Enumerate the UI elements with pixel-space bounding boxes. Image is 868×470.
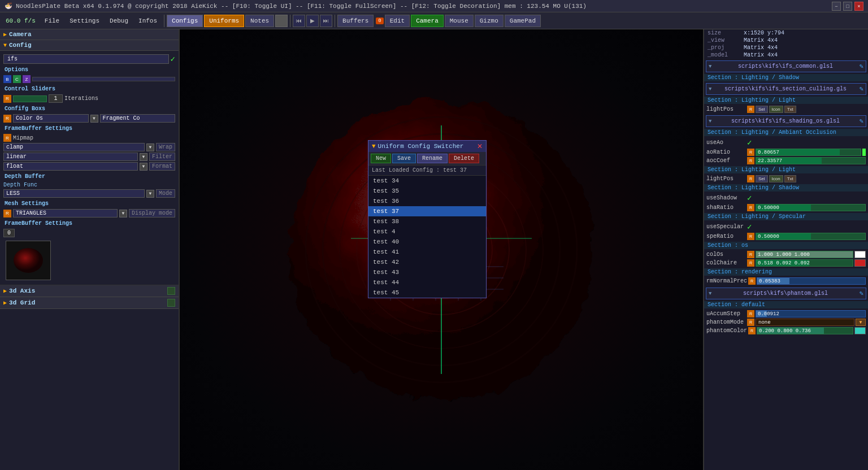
lightpos-r-btn-1[interactable]: R xyxy=(747,106,754,113)
colos-slider[interactable]: 1.000 1.000 1.000 xyxy=(756,251,853,258)
config-section-header[interactable]: ▼ Config xyxy=(0,40,179,51)
config-list-item[interactable]: test 36 xyxy=(368,196,486,206)
mouse-button[interactable]: Mouse xyxy=(445,15,474,27)
config-list-item[interactable]: test 37 xyxy=(368,206,486,216)
config-list-item[interactable]: test 44 xyxy=(368,277,486,288)
iterations-r-btn[interactable]: R xyxy=(3,95,11,103)
useshadow-label: useShadow xyxy=(706,195,746,201)
dialog-close-button[interactable]: ✕ xyxy=(477,142,483,150)
mode-dropdown-arrow[interactable]: ▼ xyxy=(146,190,154,198)
colchaire-r-btn[interactable]: R xyxy=(747,259,754,267)
lightpos-sel-btn-1[interactable]: Sel xyxy=(756,106,768,113)
script-ifs-culling-edit-icon[interactable]: ✎ xyxy=(860,85,863,93)
camera-button[interactable]: Camera xyxy=(411,15,444,27)
lightpos-icon-btn-1[interactable]: Icon xyxy=(769,106,783,113)
color-os-dropdown-arrow[interactable]: ▼ xyxy=(90,115,98,123)
config-list-item[interactable]: test 42 xyxy=(368,257,486,267)
mipmap-r-btn[interactable]: R xyxy=(3,134,11,142)
aoratio-r-btn[interactable]: R xyxy=(747,149,754,156)
iterations-value[interactable]: 1 xyxy=(49,94,63,103)
aoratio-slider[interactable]: 0.80657 xyxy=(756,149,861,156)
lightpos-sel-btn-2[interactable]: Sel xyxy=(756,175,768,182)
configs-button[interactable]: Configs xyxy=(167,15,203,27)
rmnormal-slider[interactable]: 0.05383 xyxy=(757,277,866,285)
triangles-dropdown-arrow[interactable]: ▼ xyxy=(119,210,127,217)
sharatio-slider[interactable]: 0.50000 xyxy=(756,204,866,211)
lightpos-txt-btn-1[interactable]: Txt xyxy=(784,106,796,113)
config-list-item[interactable]: test 43 xyxy=(368,267,486,277)
main-area: ▶ Camera ▼ Config ifs ✓ Options B C Z Co… xyxy=(0,29,868,470)
lightpos-txt-btn-2[interactable]: Txt xyxy=(784,175,796,182)
edit-button[interactable]: Edit xyxy=(385,15,410,27)
viewport[interactable]: ▼ Uniform Config Switcher ✕ New Save Ren… xyxy=(180,29,703,470)
grid-3d-header[interactable]: ▶ 3d Grid xyxy=(0,297,179,309)
phantomcolor-slider[interactable]: 0.200 0.800 0.736 xyxy=(757,327,853,334)
grid-toggle[interactable] xyxy=(167,299,175,307)
rename-config-button[interactable]: Rename xyxy=(417,154,448,163)
buffers-button[interactable]: Buffers xyxy=(337,15,374,27)
uaccumstep-slider[interactable]: 0.00912 xyxy=(756,310,866,317)
colos-r-btn[interactable]: R xyxy=(747,251,754,258)
notes-button[interactable]: Notes xyxy=(245,15,274,27)
prev-button[interactable]: ⏮ xyxy=(293,15,305,27)
config-list-item[interactable]: test 4 xyxy=(368,227,486,237)
speratio-slider[interactable]: 0.50000 xyxy=(756,233,866,240)
config-list-item[interactable]: test 41 xyxy=(368,247,486,257)
infos-menu[interactable]: Infos xyxy=(134,15,162,27)
phantomcolor-swatch[interactable] xyxy=(854,327,866,334)
play-button[interactable]: ▶ xyxy=(306,15,319,27)
colchaire-slider[interactable]: 0.518 0.092 0.092 xyxy=(756,259,853,267)
phantomcolor-r-btn[interactable]: R xyxy=(748,327,756,334)
gamepad-button[interactable]: GamePad xyxy=(505,15,541,27)
settings-menu[interactable]: Settings xyxy=(65,15,104,27)
phantommode-r-btn[interactable]: R xyxy=(747,319,754,326)
config-list-item[interactable]: test 35 xyxy=(368,186,486,196)
next-button[interactable]: ⏭ xyxy=(320,15,332,27)
axis-toggle[interactable] xyxy=(167,287,175,295)
speratio-r-btn[interactable]: R xyxy=(747,233,754,240)
section-lighting-light-1: Section : Lighting / Light xyxy=(704,97,868,104)
script-ifs-shading-edit-icon[interactable]: ✎ xyxy=(860,117,863,125)
save-config-button[interactable]: Save xyxy=(392,154,416,163)
filter-dropdown-arrow[interactable]: ▼ xyxy=(140,153,147,161)
lightpos-r-btn-2[interactable]: R xyxy=(747,175,754,182)
aoccoef-slider[interactable]: 22.33577 xyxy=(756,157,866,164)
config-list-item[interactable]: test 34 xyxy=(368,176,486,186)
sharatio-r-btn[interactable]: R xyxy=(747,204,754,211)
script-phantom-edit-icon[interactable]: ✎ xyxy=(860,289,863,298)
triangles-r-btn[interactable]: R xyxy=(3,210,11,217)
script-ifs-common-edit-icon[interactable]: ✎ xyxy=(860,62,863,71)
config-arrow-icon: ▼ xyxy=(3,42,7,49)
config-list[interactable]: test 34test 35test 36test 37test 38test … xyxy=(368,176,486,298)
rmnormal-r-btn[interactable]: R xyxy=(748,277,756,285)
uniforms-button[interactable]: Uniforms xyxy=(204,15,244,27)
c-button[interactable]: C xyxy=(13,75,21,83)
iterations-slider[interactable] xyxy=(13,95,47,102)
b-button[interactable]: B xyxy=(3,75,11,83)
config-section-title: Config xyxy=(9,42,32,49)
z-button[interactable]: Z xyxy=(23,75,31,83)
camera-section-header[interactable]: ▶ Camera xyxy=(0,29,179,40)
uaccumstep-r-btn[interactable]: R xyxy=(747,310,754,317)
minimize-button[interactable]: − xyxy=(832,2,841,11)
colos-swatch[interactable] xyxy=(854,251,866,258)
format-dropdown-arrow[interactable]: ▼ xyxy=(140,163,147,171)
lightpos-icon-btn-2[interactable]: Icon xyxy=(769,175,783,182)
colchaire-swatch[interactable] xyxy=(854,259,866,267)
maximize-button[interactable]: □ xyxy=(843,2,852,11)
close-button[interactable]: × xyxy=(854,2,863,11)
gizmo-button[interactable]: Gizmo xyxy=(475,15,504,27)
axis-3d-header[interactable]: ▶ 3d Axis xyxy=(0,285,179,297)
aoccoef-r-btn[interactable]: R xyxy=(747,157,754,164)
file-menu[interactable]: File xyxy=(40,15,64,27)
config-list-item[interactable]: test 38 xyxy=(368,216,486,227)
wrap-dropdown-arrow[interactable]: ▼ xyxy=(146,143,154,151)
debug-menu[interactable]: Debug xyxy=(105,15,133,27)
color-os-r-btn[interactable]: R xyxy=(3,115,11,123)
config-list-item[interactable]: test 45 xyxy=(368,288,486,298)
phantommode-dropdown-btn[interactable]: ▼ xyxy=(856,319,866,326)
new-config-button[interactable]: New xyxy=(371,154,391,163)
delete-config-button[interactable]: Delete xyxy=(449,154,479,163)
config-list-item[interactable]: test 40 xyxy=(368,237,486,247)
framebuffer-settings2-label: FrameBuffer Settings xyxy=(3,219,175,228)
